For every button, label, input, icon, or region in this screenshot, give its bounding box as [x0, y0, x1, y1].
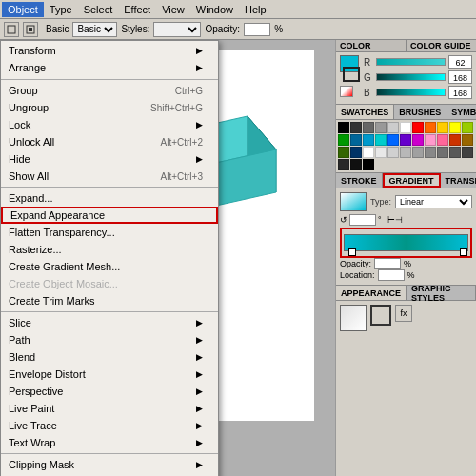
appearance-swatch-2[interactable]	[370, 305, 391, 326]
swatch-cell[interactable]	[462, 134, 473, 146]
swatch-cell[interactable]	[387, 147, 399, 158]
swatch-cell[interactable]	[387, 122, 399, 133]
menu-help[interactable]: Help	[239, 2, 272, 17]
swatch-cell[interactable]	[363, 147, 374, 158]
swatch-cell[interactable]	[425, 134, 436, 146]
swatch-cell[interactable]	[350, 147, 362, 158]
menu-item-flatten[interactable]: Flatten Transparency...	[1, 224, 218, 241]
appearance-icon[interactable]: fx	[395, 305, 412, 322]
tab-stroke[interactable]: STROKE	[336, 173, 383, 188]
swatch-cell[interactable]	[412, 147, 424, 158]
tab-swatches[interactable]: SWATCHES	[336, 105, 394, 119]
menu-item-lock[interactable]: Lock	[1, 116, 218, 133]
swatch-cell[interactable]	[363, 122, 374, 133]
swatch-cell[interactable]	[462, 147, 473, 158]
gradient-bar[interactable]	[344, 234, 468, 251]
tab-symbols[interactable]: SYMBOLS	[446, 105, 476, 119]
menu-item-slice[interactable]: Slice	[1, 314, 218, 331]
menu-select[interactable]: Select	[78, 2, 119, 17]
g-slider-row: G 168	[364, 70, 472, 84]
menu-view[interactable]: View	[156, 2, 190, 17]
swatch-cell[interactable]	[338, 147, 349, 158]
menu-item-live-paint[interactable]: Live Paint	[1, 400, 218, 417]
swatch-cell[interactable]	[462, 122, 473, 133]
swatch-cell[interactable]	[363, 134, 374, 146]
swatch-cell[interactable]	[400, 122, 411, 133]
menu-item-envelope-distort[interactable]: Envelope Distort	[1, 366, 218, 383]
b-value[interactable]: 168	[448, 86, 472, 99]
tab-brushes[interactable]: BRUSHES	[394, 105, 446, 119]
menu-effect[interactable]: Effect	[118, 2, 156, 17]
menu-item-transform[interactable]: Transform	[1, 42, 218, 59]
swatch-cell[interactable]	[375, 134, 387, 146]
gradient-stop-left[interactable]	[348, 248, 356, 256]
angle-input[interactable]: 0	[349, 214, 376, 226]
swatch-cell[interactable]	[350, 134, 362, 146]
swatch-cell[interactable]	[449, 134, 461, 146]
tab-gradient[interactable]: GRADIENT	[383, 173, 441, 188]
swatch-cell[interactable]	[338, 134, 349, 146]
location-input[interactable]: 100	[378, 269, 405, 281]
tab-transparency[interactable]: TRANSPARENCY	[441, 173, 476, 188]
menu-item-expand[interactable]: Expand...	[1, 189, 218, 207]
menu-item-rasterize[interactable]: Rasterize...	[1, 241, 218, 258]
swatch-cell[interactable]	[425, 147, 436, 158]
menu-item-group[interactable]: Group Ctrl+G	[1, 82, 218, 99]
angle-slider[interactable]: ⊢⊣	[387, 215, 403, 225]
swatch-cell[interactable]	[350, 159, 362, 170]
swatch-cell[interactable]	[400, 147, 411, 158]
styles-select[interactable]	[153, 22, 201, 37]
swatch-cell[interactable]	[412, 122, 424, 133]
swatch-cell[interactable]	[338, 122, 349, 133]
gradient-stop-right[interactable]	[460, 248, 467, 256]
tab-graphic-styles[interactable]: GRAPHIC STYLES	[407, 286, 476, 300]
menu-item-blend[interactable]: Blend	[1, 348, 218, 366]
r-value[interactable]: 62	[448, 55, 472, 69]
g-slider[interactable]	[376, 73, 446, 81]
swatch-cell[interactable]	[437, 134, 448, 146]
swatch-cell[interactable]	[425, 122, 436, 133]
b-slider[interactable]	[376, 89, 446, 96]
menu-item-text-wrap[interactable]: Text Wrap	[1, 434, 218, 451]
tab-appearance[interactable]: APPEARANCE	[336, 286, 407, 300]
menu-item-trim-marks[interactable]: Create Trim Marks	[1, 292, 218, 309]
menu-item-ungroup[interactable]: Ungroup Shift+Ctrl+G	[1, 99, 218, 116]
swatch-cell[interactable]	[437, 122, 448, 133]
menu-item-live-trace[interactable]: Live Trace	[1, 417, 218, 434]
gradient-preview[interactable]	[340, 192, 367, 211]
opacity-input[interactable]: 100	[244, 23, 270, 36]
menu-item-unlock-all[interactable]: Unlock All Alt+Ctrl+2	[1, 133, 218, 150]
swatch-cell[interactable]	[338, 159, 349, 170]
menu-item-arrange[interactable]: Arrange	[1, 59, 218, 76]
menu-item-perspective[interactable]: Perspective	[1, 383, 218, 400]
menu-type[interactable]: Type	[44, 2, 78, 17]
g-value[interactable]: 168	[448, 70, 472, 84]
gradient-type-select[interactable]: Linear	[395, 195, 472, 208]
swatch-cell[interactable]	[363, 159, 374, 170]
menu-window[interactable]: Window	[190, 2, 239, 17]
swatch-cell[interactable]	[387, 134, 399, 146]
swatch-cell[interactable]	[449, 122, 461, 133]
swatch-cell[interactable]	[350, 122, 362, 133]
menu-object[interactable]: Object	[2, 2, 44, 17]
swatch-cell[interactable]	[375, 147, 387, 158]
swatch-cell[interactable]	[437, 147, 448, 158]
none-swatch[interactable]	[340, 86, 353, 97]
toolbar-icon-1[interactable]	[4, 22, 19, 37]
menu-item-hide[interactable]: Hide	[1, 150, 218, 168]
swatch-cell[interactable]	[400, 134, 411, 146]
toolbar-icon-2[interactable]	[23, 22, 38, 37]
menu-item-expand-appearance[interactable]: Expand Appearance	[1, 207, 218, 224]
menu-item-show-all[interactable]: Show All Alt+Ctrl+3	[1, 168, 218, 185]
menu-item-gradient-mesh[interactable]: Create Gradient Mesh...	[1, 258, 218, 275]
menu-item-clipping-mask[interactable]: Clipping Mask	[1, 456, 218, 473]
swatch-cell[interactable]	[375, 122, 387, 133]
swatch-cell[interactable]	[412, 134, 424, 146]
stroke-swatch[interactable]	[343, 67, 360, 82]
swatch-cell[interactable]	[449, 147, 461, 158]
r-slider[interactable]	[376, 58, 446, 66]
opacity-input[interactable]: 100	[374, 258, 401, 269]
appearance-swatch-1[interactable]	[340, 305, 367, 331]
menu-item-path[interactable]: Path	[1, 331, 218, 348]
basic-select[interactable]: Basic	[72, 22, 117, 37]
